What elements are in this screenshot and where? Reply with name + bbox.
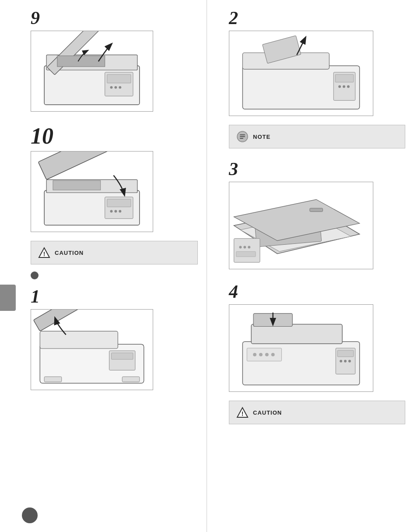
svg-rect-50	[251, 324, 342, 344]
left-column: 9	[0, 0, 207, 532]
caution-label-right: CAUTION	[253, 409, 282, 416]
note-pencil-icon	[236, 130, 249, 143]
svg-point-8	[119, 86, 121, 89]
svg-rect-13	[107, 199, 131, 207]
svg-point-60	[265, 353, 269, 356]
step-1-row: 1	[31, 283, 198, 397]
svg-rect-17	[53, 180, 101, 190]
caution-box-left: ! CAUTION	[31, 241, 198, 264]
svg-point-32	[338, 85, 341, 88]
step-9-number: 9	[31, 9, 198, 27]
warning-triangle-icon-right: !	[236, 406, 249, 419]
svg-rect-43	[310, 208, 323, 211]
step-10-image	[31, 151, 153, 232]
caution-label-left: CAUTION	[55, 250, 84, 256]
svg-rect-22	[33, 310, 81, 331]
step-9-image	[31, 31, 153, 112]
svg-point-15	[114, 210, 117, 213]
svg-point-47	[248, 246, 250, 249]
svg-point-34	[347, 85, 350, 88]
svg-rect-26	[112, 353, 133, 359]
step-4-image	[229, 304, 373, 392]
svg-rect-23	[44, 377, 62, 382]
svg-point-14	[110, 210, 113, 213]
svg-rect-21	[40, 331, 118, 349]
step-2-row: 2	[229, 4, 405, 123]
right-column: 2	[207, 0, 414, 532]
svg-rect-53	[337, 350, 354, 357]
svg-rect-24	[122, 377, 140, 382]
step-4-number: 4	[229, 282, 405, 301]
svg-text:!: !	[43, 250, 46, 257]
svg-point-59	[259, 353, 263, 356]
svg-rect-57	[247, 348, 281, 361]
svg-point-33	[343, 85, 345, 88]
svg-point-16	[119, 210, 121, 213]
svg-rect-11	[38, 151, 121, 180]
svg-point-55	[344, 360, 347, 363]
warning-triangle-icon: !	[38, 247, 50, 259]
svg-text:!: !	[242, 410, 244, 417]
step-2-image	[229, 31, 373, 116]
svg-point-58	[253, 353, 256, 356]
svg-rect-48	[236, 251, 256, 257]
svg-point-56	[348, 360, 351, 363]
step-4-row: 4	[229, 278, 405, 399]
svg-rect-5	[107, 74, 131, 83]
step-9-row: 9	[31, 4, 198, 119]
sidebar-tab	[0, 285, 16, 311]
step-10-number: 10	[31, 125, 198, 148]
step-1-image	[31, 309, 153, 390]
svg-rect-44	[234, 239, 260, 262]
bullet-separator	[31, 271, 39, 279]
caution-box-right: ! CAUTION	[229, 401, 405, 424]
step-3-image	[229, 182, 373, 269]
step-2-number: 2	[229, 9, 405, 27]
svg-point-54	[340, 360, 342, 363]
step-3-row: 3	[229, 155, 405, 276]
svg-point-45	[239, 246, 242, 249]
note-label: NOTE	[253, 134, 270, 140]
page-indicator-circle	[22, 507, 38, 523]
svg-rect-31	[335, 74, 354, 82]
svg-point-7	[114, 86, 117, 89]
step-3-number: 3	[229, 160, 405, 178]
svg-point-46	[243, 246, 246, 249]
svg-point-61	[271, 353, 275, 356]
step-1-number: 1	[31, 287, 198, 306]
svg-point-6	[110, 86, 113, 89]
step-10-row: 10	[31, 120, 198, 239]
note-box: NOTE	[229, 125, 405, 148]
